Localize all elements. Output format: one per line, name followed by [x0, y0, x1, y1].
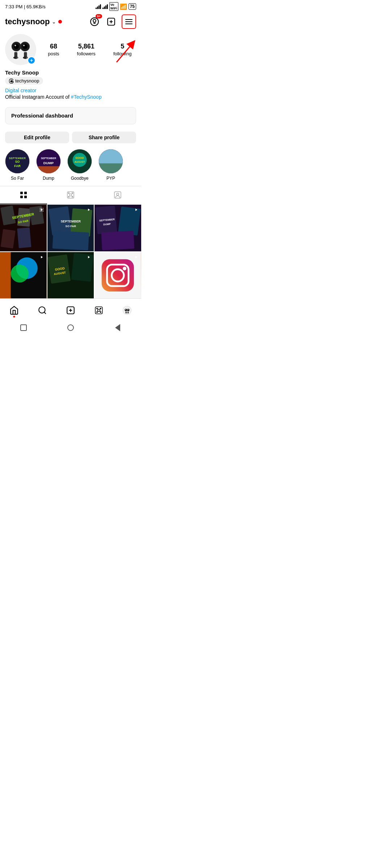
svg-point-96 — [125, 309, 127, 311]
post-thumb-2[interactable]: SEPTEMBER SO FAR — [47, 205, 94, 251]
svg-point-7 — [14, 44, 19, 49]
post-thumb-3[interactable]: SEPTEMBER DUMP — [94, 205, 141, 251]
svg-point-26 — [73, 153, 87, 167]
svg-text:SO FAR: SO FAR — [65, 225, 76, 228]
svg-rect-68 — [0, 252, 11, 299]
bottom-nav-reels[interactable] — [91, 302, 107, 318]
tab-reels[interactable] — [47, 186, 94, 204]
svg-point-40 — [68, 196, 70, 197]
android-back-button[interactable] — [113, 323, 122, 332]
tagged-icon — [113, 191, 122, 199]
threads-button[interactable]: 9+ — [88, 16, 101, 28]
signal-bars-1 — [96, 4, 101, 9]
svg-rect-35 — [24, 196, 27, 198]
svg-point-39 — [72, 193, 73, 194]
svg-rect-34 — [20, 196, 23, 198]
svg-point-93 — [97, 312, 98, 313]
highlight-dump[interactable]: SEPTEMBER DUMP Dump — [36, 149, 61, 181]
highlight-goodbye[interactable]: GOOD AUGUST Goodbye — [67, 149, 92, 181]
threads-handle-text: techysnoop — [15, 78, 39, 84]
profile-header: + 68 posts 5,861 followers 5 following — [5, 34, 136, 65]
svg-point-8 — [22, 44, 28, 49]
highlight-circle-so-far: SEPTEMBER SO FAR — [5, 149, 30, 174]
svg-point-91 — [97, 308, 98, 309]
svg-text:FAR: FAR — [14, 164, 21, 168]
profile-section: + 68 posts 5,861 followers 5 following T… — [0, 33, 141, 103]
svg-marker-83 — [135, 256, 137, 258]
share-profile-button[interactable]: Share profile — [72, 132, 136, 143]
followers-stat[interactable]: 5,861 followers — [77, 43, 96, 57]
android-home-button[interactable] — [66, 323, 75, 332]
svg-point-90 — [98, 309, 100, 312]
professional-dashboard[interactable]: Professional dashboard — [5, 107, 136, 124]
svg-rect-63 — [101, 231, 135, 250]
add-story-button[interactable]: + — [28, 56, 35, 64]
svg-rect-56 — [52, 231, 89, 251]
svg-marker-66 — [135, 209, 137, 211]
dropdown-arrow-icon[interactable]: ⌄ — [52, 19, 56, 25]
reel-indicator-2 — [86, 207, 92, 214]
post-thumb-6[interactable] — [94, 252, 141, 299]
svg-rect-30 — [99, 149, 123, 163]
threads-logo-icon — [9, 78, 14, 84]
svg-text:SEPTEMBER: SEPTEMBER — [60, 220, 81, 223]
svg-rect-49 — [17, 227, 31, 248]
svg-rect-31 — [99, 163, 123, 173]
threads-handle-tag[interactable]: techysnoop — [5, 77, 43, 85]
svg-point-70 — [11, 264, 29, 282]
wifi-icon: 📶 — [120, 3, 127, 10]
hamburger-lines — [125, 19, 133, 24]
create-post-button[interactable] — [105, 16, 117, 28]
highlight-pyp[interactable]: PYP — [98, 149, 123, 181]
tab-tagged[interactable] — [94, 186, 141, 204]
bottom-nav-profile[interactable] — [119, 302, 135, 318]
status-bar: 7:33 PM | 65.9KB/s VoWiFi 📶 75 — [0, 0, 141, 12]
svg-point-99 — [128, 309, 129, 310]
status-time: 7:33 PM | 65.9KB/s — [5, 4, 46, 9]
status-icons: VoWiFi 📶 75 — [96, 2, 136, 11]
stats-row: 68 posts 5,861 followers 5 following — [43, 43, 136, 57]
post-thumb-1[interactable]: SEPTEMBER SO FAR — [0, 205, 47, 251]
posts-grid: SEPTEMBER SO FAR SEPTEMBER SO FAR SEPTEM… — [0, 205, 141, 298]
reels-icon — [94, 306, 104, 315]
reel-indicator-6 — [133, 254, 139, 261]
avatar-container: + — [5, 34, 36, 65]
grid-icon — [19, 191, 28, 199]
home-icon — [9, 306, 19, 315]
username-text: techysnoop — [5, 17, 50, 26]
tab-grid[interactable] — [0, 186, 47, 204]
svg-line-85 — [44, 312, 46, 314]
following-stat[interactable]: 5 following — [113, 43, 132, 57]
bottom-nav-create[interactable] — [63, 302, 79, 318]
tabs-bar — [0, 186, 141, 205]
posts-count: 68 — [48, 43, 59, 50]
svg-rect-100 — [126, 312, 127, 314]
posts-stat[interactable]: 68 posts — [48, 43, 59, 57]
home-notification-dot — [13, 316, 15, 318]
highlight-so-far[interactable]: SEPTEMBER SO FAR So Far — [5, 149, 30, 181]
android-nav-bar — [0, 320, 141, 336]
reel-indicator-4 — [39, 254, 45, 261]
svg-text:DUMP: DUMP — [43, 161, 54, 165]
svg-text:SO: SO — [15, 160, 20, 163]
reel-indicator-1 — [39, 207, 45, 214]
svg-point-41 — [72, 196, 73, 197]
svg-rect-89 — [95, 307, 102, 314]
highlights-row: SEPTEMBER SO FAR So Far SEPTEMBER DUMP D… — [0, 147, 141, 186]
bottom-nav-home[interactable] — [6, 302, 22, 318]
svg-rect-12 — [24, 52, 27, 57]
bottom-nav-search[interactable] — [34, 302, 50, 318]
bio-hashtag-link[interactable]: #TechySnoop — [71, 94, 102, 100]
post-thumb-4[interactable] — [0, 252, 47, 299]
reel-indicator-5 — [86, 254, 92, 261]
android-recents-button[interactable] — [19, 323, 28, 332]
create-icon — [66, 306, 75, 315]
hamburger-menu-button[interactable] — [122, 14, 136, 29]
profile-avatar-icon — [122, 306, 132, 315]
action-buttons-row: Edit profile Share profile — [0, 128, 141, 147]
post-thumb-5[interactable]: GOOD AUGUST — [47, 252, 94, 299]
svg-point-43 — [117, 193, 119, 195]
edit-profile-button[interactable]: Edit profile — [5, 132, 69, 143]
plus-square-icon — [106, 17, 116, 26]
svg-text:SEPTEMBER: SEPTEMBER — [9, 157, 26, 159]
